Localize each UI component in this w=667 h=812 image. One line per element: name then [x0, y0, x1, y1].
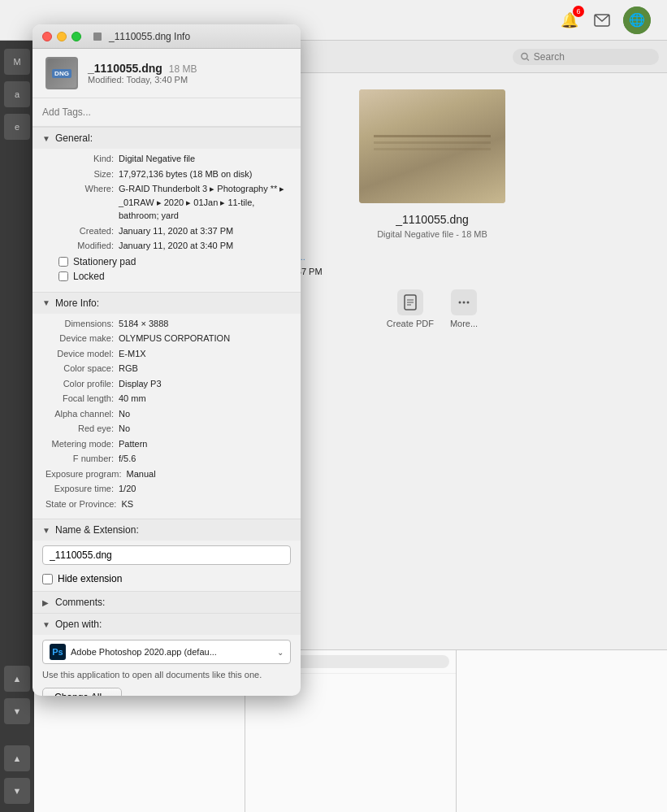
dialog-titlebar: _1110055.dng Info: [32, 24, 301, 49]
name-ext-section-header[interactable]: ▼ Name & Extension:: [32, 519, 301, 541]
locked-checkbox[interactable]: [58, 271, 68, 281]
photoshop-icon: Ps: [50, 644, 66, 660]
sidebar-item-2[interactable]: a: [4, 81, 30, 107]
svg-line-4: [527, 59, 529, 60]
alpha-channel-row: Alpha channel: No: [45, 407, 288, 421]
general-section-header[interactable]: ▼ General:: [32, 127, 301, 149]
kind-label: Kind:: [45, 152, 119, 166]
sidebar-arrow-down-2[interactable]: ▼: [4, 778, 30, 804]
name-input[interactable]: [42, 545, 291, 565]
more-action[interactable]: More...: [450, 289, 478, 328]
alpha-channel-value: No: [119, 407, 288, 421]
open-with-section-header[interactable]: ▼ Open with:: [32, 613, 301, 635]
mail-icon[interactable]: [591, 9, 613, 32]
sidebar-arrow-up-2[interactable]: ▲: [4, 745, 30, 771]
hide-ext-row: Hide extension: [32, 570, 301, 591]
metering-mode-label: Metering mode:: [45, 437, 119, 451]
where-label: Where:: [45, 182, 119, 223]
dialog-modified: Modified: Today, 3:40 PM: [88, 75, 288, 85]
device-model-value: E-M1X: [119, 347, 288, 361]
dialog-title: _1110055.dng Info: [109, 31, 190, 42]
stationery-row: Stationery pad: [45, 256, 288, 267]
device-model-row: Device model: E-M1X: [45, 347, 288, 361]
stationery-checkbox[interactable]: [58, 257, 68, 267]
maximize-button[interactable]: [71, 32, 81, 41]
f-number-row: F number: f/5.6: [45, 452, 288, 466]
hide-ext-checkbox[interactable]: [42, 574, 53, 584]
info-dialog: _1110055.dng Info DNG _1110055.dng 18 MB…: [32, 24, 301, 696]
color-space-label: Color space:: [45, 362, 119, 376]
preview-image-container: [359, 89, 505, 203]
general-title: General:: [55, 132, 93, 144]
search-input[interactable]: [534, 51, 651, 63]
sidebar: M a e ▲ ▼ ▲ ▼: [0, 41, 34, 812]
dialog-filesize: 18 MB: [169, 63, 197, 75]
more-info-title: More Info:: [55, 297, 99, 309]
locked-label: Locked: [73, 271, 105, 282]
tags-input[interactable]: [42, 103, 291, 121]
svg-rect-16: [93, 33, 102, 41]
alpha-channel-label: Alpha channel:: [45, 407, 119, 421]
more-icon: [451, 289, 477, 315]
open-with-content: Ps Adobe Photoshop 2020.app (defau... ⌄ …: [32, 635, 301, 696]
dialog-file-header: DNG _1110055.dng 18 MB Modified: Today, …: [32, 49, 301, 98]
sidebar-item-1[interactable]: M: [4, 49, 30, 75]
app-selector[interactable]: Ps Adobe Photoshop 2020.app (defau... ⌄: [42, 640, 291, 664]
modified-row: Modified: January 11, 2020 at 3:40 PM: [45, 239, 288, 253]
exposure-program-row: Exposure program: Manual: [45, 467, 288, 481]
sidebar-item-3[interactable]: e: [4, 114, 30, 140]
dng-icon: DNG: [45, 57, 78, 89]
dng-icon-inner: DNG: [47, 59, 76, 88]
red-eye-row: Red eye: No: [45, 422, 288, 436]
f-number-value: f/5.6: [119, 452, 288, 466]
sidebar-arrow-up-1[interactable]: ▲: [4, 666, 30, 692]
traffic-lights: [42, 32, 81, 41]
where-value: G-RAID Thunderbolt 3 ▸ Photography ** ▸ …: [119, 182, 288, 223]
created-value: January 11, 2020 at 3:37 PM: [119, 224, 288, 238]
name-ext-title: Name & Extension:: [55, 524, 139, 536]
open-with-title: Open with:: [55, 619, 102, 630]
user-avatar[interactable]: 🌐: [623, 7, 651, 34]
open-with-chevron: ▼: [42, 620, 50, 629]
size-value: 17,972,136 bytes (18 MB on disk): [119, 167, 288, 181]
stationery-label: Stationery pad: [73, 256, 136, 267]
svg-point-3: [522, 53, 527, 59]
hide-ext-label: Hide extension: [58, 573, 122, 584]
where-row: Where: G-RAID Thunderbolt 3 ▸ Photograph…: [45, 182, 288, 223]
exposure-time-label: Exposure time:: [45, 482, 119, 496]
notification-icon[interactable]: 🔔 6: [558, 9, 581, 32]
device-model-label: Device model:: [45, 347, 119, 361]
device-make-value: OLYMPUS CORPORATION: [119, 332, 288, 345]
svg-point-10: [463, 302, 466, 304]
focal-length-row: Focal length: 40 mm: [45, 392, 288, 406]
more-info-section-header[interactable]: ▼ More Info:: [32, 292, 301, 314]
color-space-row: Color space: RGB: [45, 362, 288, 376]
open-with-desc: Use this application to open all documen…: [42, 669, 291, 681]
dialog-scrollable: ▼ General: Kind: Digital Negative file S…: [32, 127, 301, 696]
comments-section-header[interactable]: ▶ Comments:: [32, 591, 301, 613]
pdf-icon: [397, 289, 423, 315]
more-action-label: More...: [450, 319, 478, 328]
kind-value: Digital Negative file: [119, 152, 288, 166]
minimize-button[interactable]: [57, 32, 67, 41]
sidebar-arrow-down-1[interactable]: ▼: [4, 698, 30, 724]
kind-row: Kind: Digital Negative file: [45, 152, 288, 166]
focal-length-value: 40 mm: [119, 392, 288, 406]
preview-subtitle: Digital Negative file - 18 MB: [377, 229, 487, 239]
notification-badge: 6: [573, 6, 584, 17]
created-row: Created: January 11, 2020 at 3:37 PM: [45, 224, 288, 238]
preview-filename: _1110055.dng: [396, 213, 469, 226]
close-button[interactable]: [42, 32, 52, 41]
created-label: Created:: [45, 224, 119, 238]
change-all-button[interactable]: Change All...: [42, 688, 122, 696]
state-province-value: KS: [121, 497, 288, 511]
red-eye-label: Red eye:: [45, 422, 119, 436]
create-pdf-action[interactable]: Create PDF: [387, 289, 434, 328]
metering-mode-row: Metering mode: Pattern: [45, 437, 288, 451]
general-content: Kind: Digital Negative file Size: 17,972…: [32, 149, 301, 292]
state-province-label: State or Province:: [45, 497, 121, 511]
dialog-file-info: _1110055.dng 18 MB Modified: Today, 3:40…: [88, 62, 288, 85]
comments-title: Comments:: [55, 597, 105, 608]
state-province-row: State or Province: KS: [45, 497, 288, 511]
dimensions-label: Dimensions:: [45, 317, 119, 331]
